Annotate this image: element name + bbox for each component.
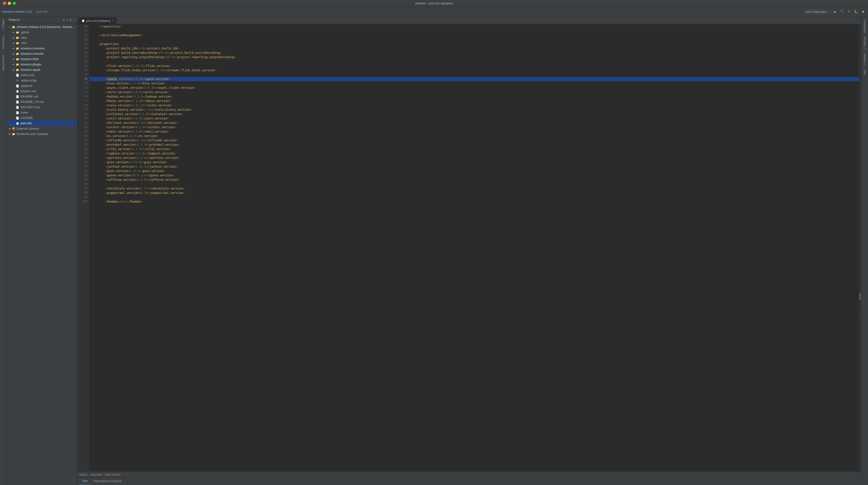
stop-button[interactable]: ⏹ [860,9,866,14]
folder-icon-mvn: 📁 [16,41,20,45]
tree-item-plugin[interactable]: ▶ 📁 streamx-plugin [7,62,77,67]
code-line-90: <spotless.version>2.9.0</spotless.versio… [90,156,859,160]
tree-label-editorconfig: .editorconfig [21,79,36,82]
sidebar-web[interactable]: Web [863,68,866,76]
tree-item-common[interactable]: ▶ 📁 streamx-common [7,46,77,51]
add-configuration-button[interactable]: Add Configuration... [803,9,832,14]
line-num-61: 61 [78,29,90,33]
maximize-button[interactable] [13,2,16,5]
line-num-83: 83 [78,125,90,129]
code-line-80: <scalatest.version>3.2.9</scalatest.vers… [90,112,859,116]
folder-icon-github: 📁 [16,30,20,34]
tree-item-spark[interactable]: ▶ 📁 streamx-spark [7,67,77,72]
debug-button[interactable]: 🐛 [853,9,859,14]
tree-label-streamxxml: streamx.xml [21,90,36,93]
sidebar-structure[interactable]: Z: Structure [863,35,866,51]
code-line-86: <influxdb.version>2.17</influxdb.version… [90,138,859,142]
close-button[interactable] [3,2,6,5]
code-line-60: </repository> [90,24,859,29]
sidebar-favorites[interactable]: 2: Favorites [863,51,866,68]
tree-label-gitignore: .gitignore [21,84,32,88]
code-line-61 [90,29,859,33]
tree-item-editorconfig[interactable]: ⚙ .editorconfig [7,78,77,83]
editor-scrollbar[interactable] [859,24,861,472]
line-num-87: 87 [78,142,90,147]
toolbar-project[interactable]: streamx-release-1.2.0 [2,10,32,13]
tree-item-flink[interactable]: ▶ 📁 streamx-flink [7,57,77,62]
tree-item-scratches[interactable]: ▶ 📁 Scratches and Consoles [7,131,77,137]
collapse-icon[interactable]: ⊙ [66,18,69,22]
tab-text[interactable]: Text [79,478,91,485]
code-line-74: <async.client.version>2.0.39</async.clie… [90,86,859,90]
code-line-100: <PomGen>4/mc</PomGen> [90,199,859,204]
tree-label-scratches: Scratches and Consoles [17,132,48,136]
breadcrumb-project[interactable]: project [79,473,87,476]
tree-item-extlibs[interactable]: ▶ 📦 External Libraries [7,126,77,131]
locate-icon[interactable]: ⊕ [62,18,65,22]
activity-project[interactable]: 1: Project [1,17,6,33]
folder-icon-plugin: 📁 [16,63,20,66]
line-num-80: 80 [78,112,90,116]
toolbar: streamx-release-1.2.0 › pom.xml Add Conf… [0,7,868,17]
code-line-69: <flink.version>1.14.3</flink.version> [90,64,859,68]
editor-tab-pomxml[interactable]: 📋 pom.xml (streamx) × [78,17,117,24]
close-panel-icon[interactable]: × [73,18,75,22]
tree-item-streamxxml[interactable]: 📋 streamx.xml [7,89,77,94]
tree-arrow-common: ▶ [12,46,16,50]
file-icon-readme: 📄 [16,95,20,98]
tree-item-gitignore[interactable]: 📄 .gitignore [7,83,77,89]
code-line-77: <hbase.version>2.1.10</hbase.version> [90,99,859,103]
toolbar-sep: › [34,10,35,13]
toolbar-file[interactable]: pom.xml [36,10,48,13]
minimize-button[interactable] [8,2,11,5]
right-sidebar: Notifications Z: Structure 2: Favorites … [861,17,868,485]
file-icon-mvnwcmd: 📄 [16,73,20,77]
line-num-73: 73 [78,81,90,86]
line-num-94: 94 [78,173,90,177]
settings-icon[interactable]: ⚙ [69,18,72,22]
activity-natsuit[interactable]: Natsuit Router [1,52,6,73]
code-line-94: <guava.version>30.0-jre</guava.version> [90,173,859,177]
line-num-93: 93 [78,169,90,173]
tree-item-security[interactable]: 📄 SECURITY.md [7,105,77,110]
code-line-87: <protobuf.version>2.5.0</protobuf.versio… [90,142,859,147]
breadcrumb-version[interactable]: spark.version [105,473,121,476]
tree-label-mvnw: mvnw [21,111,28,114]
tree-item-mvn[interactable]: ▶ 📁 .mvn [7,40,77,46]
tree-item-mvnwcmd[interactable]: 📄 mvnw.cmd [7,72,77,78]
tree-label-idea: .idea [21,36,27,39]
tree-arrow-flink: ▶ [12,57,16,61]
breadcrumb-properties[interactable]: properties [90,473,102,476]
tab-dependency-analyzer[interactable]: Dependency Analyzer [91,478,125,485]
tab-close-icon[interactable]: × [112,20,113,22]
sidebar-notifications[interactable]: Notifications [863,18,866,35]
project-header-icons: ⊕ ⊙ ⚙ × [62,18,75,22]
tree-item-console[interactable]: ▶ 📁 streamx-console [7,51,77,57]
tree-arrow-github: ▶ [12,30,16,34]
code-line-78: <scala.version>2.11.12</scala.version> [90,103,859,107]
activity-job[interactable]: Job Explorer [1,33,6,52]
error-marker [860,315,861,316]
code-line-97: <checkstyle.version>2.17</checkstyle.ver… [90,186,859,191]
folder-icon-spark: 📁 [16,68,20,72]
tree-item-idea[interactable]: ▶ 📁 .idea [7,35,77,40]
folder-icon-scratches: 📁 [12,132,16,136]
tree-item-pomxml[interactable]: 📋 pom.xml [7,121,77,126]
code-line-66: <project.build.sourceEncoding>UTF-8</pro… [90,51,859,55]
line-num-64: ▾64 [78,42,90,46]
folder-icon-console: 📁 [16,52,20,56]
tree-item-readme[interactable]: 📄 README.md [7,94,77,99]
refresh-button[interactable]: ↻ [846,9,852,14]
tree-item-readme-cn[interactable]: 📄 README_CN.md [7,99,77,105]
tree-item-mvnw[interactable]: 📄 mvnw [7,110,77,115]
code-editor[interactable]: </repository> </distributionManagement> … [90,24,859,472]
run-button[interactable]: ▶ [833,9,838,14]
tree-item-license[interactable]: 📄 LICENSE [7,115,77,121]
line-num-95: 95 [78,177,90,182]
code-line-67: <project.reporting.outputEncoding>UTF-8<… [90,55,859,59]
build-button[interactable]: 🔨 [839,9,845,14]
tree-item-github[interactable]: ▶ 📁 .github [7,30,77,35]
tree-label-spark: streamx-spark [21,68,40,71]
line-num-99: 99 [78,195,90,199]
tree-item-root[interactable]: ▾ 📁 streamx-release-1.2.0 [streamx] ~/wa… [7,24,77,30]
